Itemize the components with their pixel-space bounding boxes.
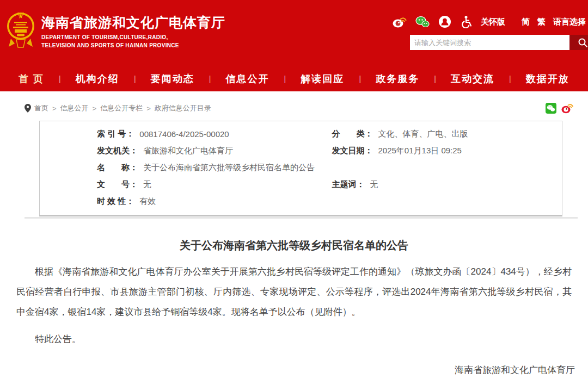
site-header: 海南省旅游和文化广电体育厅 DEPARTMENT OF TOURISM,CULT…: [0, 0, 588, 91]
document-meta-table: 索 引 号： 00817406-4/2025-00020 分 类： 文化、体育、…: [39, 121, 562, 216]
lang-simplified-link[interactable]: 简: [522, 17, 530, 27]
meta-subject-words: 主题词： 无: [301, 179, 562, 190]
agency-title: 海南省旅游和文化广电体育厅: [41, 14, 225, 30]
breadcrumb-gov-info-directory[interactable]: 政府信息公开目录: [155, 103, 211, 113]
client-app-icon[interactable]: [438, 15, 451, 28]
article-closing-line: 特此公告。: [16, 329, 572, 349]
main-nav: 首 页 | 机构介绍 | 要闻动态 | 信息公开 | 解读回应 | 政务服务 |…: [0, 66, 588, 91]
nav-item-news[interactable]: 要闻动态: [151, 72, 194, 85]
search-input[interactable]: [410, 35, 569, 50]
breadcrumb: 首页 > 信息公开 > 信息公开专栏 > 政府信息公开目录: [24, 101, 573, 115]
nav-separator: |: [434, 75, 436, 83]
article-paragraph: 根据《海南省旅游和文化广电体育厅办公室关于开展第六批乡村民宿等级评定工作的通知》…: [16, 262, 572, 322]
weibo-share-icon[interactable]: [561, 103, 573, 114]
section-divider: [24, 217, 578, 219]
table-row: 名 称： 关于公布海南省第六批等级乡村民宿名单的公告: [40, 159, 562, 176]
breadcrumb-info-column[interactable]: 信息公开专栏: [100, 103, 143, 113]
breadcrumb-info-disclosure[interactable]: 信息公开: [60, 103, 89, 113]
table-row: 索 引 号： 00817406-4/2025-00020 分 类： 文化、体育、…: [40, 126, 562, 142]
nav-item-open-data[interactable]: 数据开放: [526, 72, 569, 85]
lang-select-link[interactable]: 语言选择: [553, 17, 586, 27]
header-social-icons: 关怀版: [393, 15, 505, 29]
meta-document-title: 名 称： 关于公布海南省第六批等级乡村民宿名单的公告: [40, 163, 562, 173]
article-title: 关于公布海南省第六批等级乡村民宿名单的公告: [0, 238, 588, 253]
weibo-icon[interactable]: [393, 16, 407, 28]
breadcrumb-separator: >: [93, 104, 97, 113]
nav-item-interaction[interactable]: 互动交流: [451, 72, 494, 85]
wechat-share-icon[interactable]: [546, 103, 556, 114]
nav-separator: |: [359, 75, 361, 83]
breadcrumb-home[interactable]: 首页: [34, 103, 48, 113]
table-row: 时 效 性： 有效: [40, 193, 562, 210]
search-button[interactable]: [569, 35, 588, 50]
nav-item-interpretation[interactable]: 解读回应: [301, 72, 344, 85]
table-row: 文 号： 无 主题词： 无: [40, 176, 562, 193]
accessibility-icon[interactable]: [460, 15, 472, 28]
nav-item-home[interactable]: 首 页: [19, 72, 44, 85]
breadcrumb-separator: >: [146, 104, 151, 113]
location-pin-icon: [24, 104, 31, 113]
wechat-icon[interactable]: [415, 16, 430, 28]
national-emblem-logo: [7, 9, 35, 54]
nav-item-about[interactable]: 机构介绍: [76, 72, 119, 85]
search-icon: [578, 38, 587, 47]
lang-traditional-link[interactable]: 繁: [537, 17, 546, 27]
nav-separator: |: [509, 75, 511, 83]
meta-issue-date: 发文日期： 2025年01月13日 09:25: [301, 146, 562, 156]
nav-separator: |: [209, 75, 211, 83]
nav-separator: |: [134, 75, 136, 83]
nav-separator: |: [59, 75, 61, 83]
meta-issuing-agency: 发文机关： 省旅游和文化广电体育厅: [40, 146, 301, 156]
language-switcher: 简 繁 语言选择: [522, 17, 586, 27]
meta-index-number: 索 引 号： 00817406-4/2025-00020: [40, 129, 301, 139]
announcement-article: 关于公布海南省第六批等级乡村民宿名单的公告 根据《海南省旅游和文化广电体育厅办公…: [0, 229, 588, 391]
agency-title-english: DEPARTMENT OF TOURISM,CULTURE,RADIO, TEL…: [41, 33, 225, 49]
meta-document-number: 文 号： 无: [40, 179, 301, 190]
table-row: 发文机关： 省旅游和文化广电体育厅 发文日期： 2025年01月13日 09:2…: [40, 142, 562, 159]
article-signature: 海南省旅游和文化广电体育厅: [0, 364, 588, 376]
meta-validity: 时 效 性： 有效: [40, 196, 562, 207]
care-version-link[interactable]: 关怀版: [481, 17, 505, 27]
agency-branding: 海南省旅游和文化广电体育厅 DEPARTMENT OF TOURISM,CULT…: [41, 14, 225, 49]
nav-item-services[interactable]: 政务服务: [376, 72, 419, 85]
nav-separator: |: [284, 75, 286, 83]
meta-category: 分 类： 文化、体育、广电、出版: [301, 129, 562, 139]
nav-item-info-disclosure[interactable]: 信息公开: [226, 72, 270, 85]
search-bar: [410, 35, 588, 50]
share-icons: [546, 103, 573, 114]
breadcrumb-separator: >: [52, 104, 57, 113]
